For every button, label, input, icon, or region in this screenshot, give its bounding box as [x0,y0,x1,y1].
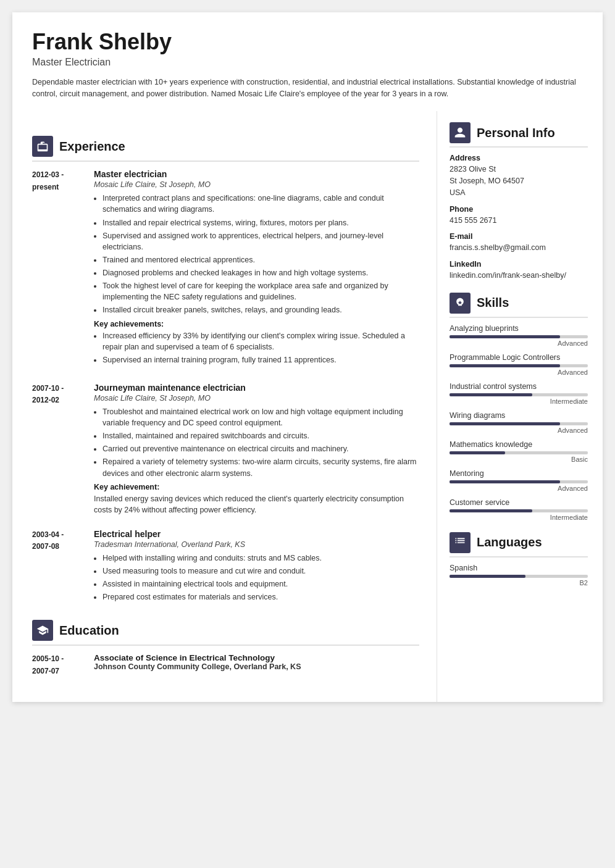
education-title: Education [59,624,119,638]
achievement: Increased efficiency by 33% by identifyi… [102,330,419,353]
languages-icon [454,536,466,549]
language-level: B2 [450,579,588,586]
bullet: Used measuring tools to measure and cut … [102,565,419,577]
skill-item: Mentoring Advanced [450,469,588,492]
skills-icon-box [450,293,471,314]
bullet: Carried out preventive maintenance on el… [102,443,419,454]
bullet: Trained and mentored electrical apprenti… [102,254,419,265]
language-bar-fill [450,575,525,578]
exp-bullets-1: Interpreted contract plans and specifica… [94,193,419,315]
skill-item: Customer service Intermediate [450,498,588,521]
address-field: Address 2823 Olive StSt Joseph, MO 64507… [450,154,588,198]
resume-header: Frank Shelby Master Electrician Dependab… [12,12,603,111]
skill-item: Industrial control systems Intermediate [450,382,588,405]
experience-section: Experience 2012-03 - present Master elec… [32,136,419,606]
education-entry-1: 2005-10 - 2007-07 Associate of Science i… [32,653,419,677]
edu-dates-1: 2005-10 - 2007-07 [32,653,82,677]
skill-level: Intermediate [450,514,588,521]
skill-bar-fill [450,451,505,454]
skill-bar-fill [450,422,560,425]
skill-bar-fill [450,509,532,512]
skill-bar-background [450,393,588,396]
skill-bar-background [450,422,588,425]
experience-entry-3: 2003-04 - 2007-08 Electrical helper Trad… [32,529,419,607]
skill-bar-fill [450,364,560,367]
linkedin-field: LinkedIn linkedin.com/in/frank-sean-shel… [450,260,588,282]
languages-icon-box [450,532,471,553]
bullet: Installed, maintained and repaired switc… [102,430,419,441]
bullet: Assisted in maintaining electrical tools… [102,578,419,590]
skills-icon [454,297,466,309]
skill-item: Wiring diagrams Advanced [450,411,588,434]
bullet: Took the highest level of care for keepi… [102,280,419,303]
graduation-icon [36,624,49,636]
exp-achievements-1: Increased efficiency by 33% by identifyi… [94,330,419,365]
exp-dates-1: 2012-03 - present [32,169,82,369]
experience-entry-1: 2012-03 - present Master electrician Mos… [32,169,419,369]
education-icon-box [32,620,53,641]
exp-bullets-3: Helped with installing wiring and condui… [94,553,419,603]
skill-name: Wiring diagrams [450,411,588,420]
personal-info-icon-box [450,122,471,143]
bullet: Installed and repair electrical systems,… [102,217,419,228]
exp-content-3: Electrical helper Tradesman Internationa… [94,529,419,607]
languages-section-header: Languages [450,532,588,557]
right-column: Personal Info Address 2823 Olive StSt Jo… [437,111,603,702]
bullet: Supervised and assigned work to apprenti… [102,230,419,252]
candidate-name: Frank Shelby [32,30,583,54]
skills-title: Skills [477,296,509,310]
skill-level: Advanced [450,340,588,347]
skill-level: Advanced [450,485,588,492]
skill-level: Basic [450,456,588,463]
skill-bar-fill [450,393,532,396]
language-name: Spanish [450,564,588,572]
phone-field: Phone 415 555 2671 [450,205,588,227]
skill-name: Mentoring [450,469,588,478]
exp-content-1: Master electrician Mosaic Life Claire, S… [94,169,419,369]
exp-bullets-2: Troubleshot and maintained electrical wo… [94,406,419,479]
experience-entry-2: 2007-10 - 2012-02 Journeyman maintenance… [32,383,419,515]
skill-bar-background [450,335,588,338]
skill-level: Advanced [450,369,588,376]
skills-list: Analyzing blueprints Advanced Programmab… [450,324,588,521]
skills-section-header: Skills [450,293,588,318]
skill-name: Programmable Logic Controllers [450,353,588,362]
skill-item: Mathematics knowledge Basic [450,440,588,463]
language-bar-background [450,575,588,578]
personal-info-section-header: Personal Info [450,122,588,148]
email-field: E-mail francis.s.shelby@gmail.com [450,232,588,254]
exp-dates-3: 2003-04 - 2007-08 [32,529,82,607]
edu-content-1: Associate of Science in Electrical Techn… [94,653,301,677]
briefcase-icon [36,140,49,152]
skill-bar-fill [450,335,560,338]
bullet: Troubleshot and maintained electrical wo… [102,406,419,428]
bullet: Prepared cost estimates for materials an… [102,591,419,603]
skill-bar-background [450,509,588,512]
education-section-header: Education [32,620,419,646]
language-item: Spanish B2 [450,564,588,586]
achievement: Supervised an internal training program,… [102,354,419,365]
bullet: Helped with installing wiring and condui… [102,553,419,564]
experience-title: Experience [59,140,125,154]
skill-name: Industrial control systems [450,382,588,391]
bullet: Repaired a variety of telemetry systems:… [102,456,419,478]
skill-level: Intermediate [450,398,588,405]
exp-content-2: Journeyman maintenance electrician Mosai… [94,383,419,515]
skill-bar-background [450,451,588,454]
experience-icon-box [32,136,53,157]
candidate-summary: Dependable master electrician with 10+ y… [32,77,583,101]
skill-bar-background [450,364,588,367]
skill-bar-background [450,480,588,483]
bullet: Installed circuit breaker panels, switch… [102,304,419,315]
skill-item: Analyzing blueprints Advanced [450,324,588,347]
personal-info-title: Personal Info [477,126,555,140]
languages-title: Languages [477,535,542,549]
resume-body: Experience 2012-03 - present Master elec… [12,111,603,702]
left-column: Experience 2012-03 - present Master elec… [12,111,437,702]
skill-item: Programmable Logic Controllers Advanced [450,353,588,376]
skill-bar-fill [450,480,560,483]
bullet: Interpreted contract plans and specifica… [102,193,419,215]
candidate-title: Master Electrician [32,57,583,68]
address-value: 2823 Olive StSt Joseph, MO 64507USA [450,164,588,198]
experience-section-header: Experience [32,136,419,162]
